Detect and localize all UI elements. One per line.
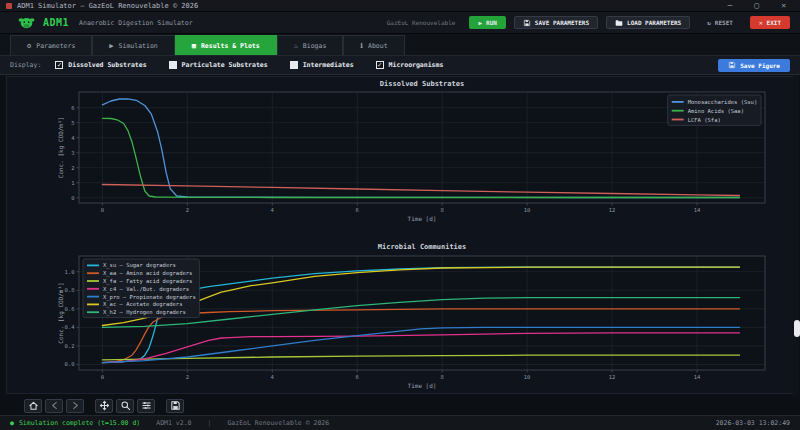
chart-title: Microbial Communities	[378, 243, 467, 251]
cow-logo-icon	[18, 15, 35, 30]
maximize-button[interactable]: ▢	[754, 1, 759, 11]
tab-about[interactable]: ℹAbout	[343, 35, 404, 55]
load-parameters-label: LOAD PARAMETERS	[627, 19, 681, 26]
tab-label: Biogas	[303, 42, 326, 50]
svg-text:0.6: 0.6	[65, 306, 75, 312]
svg-text:X_fa — Fatty acid degraders: X_fa — Fatty acid degraders	[103, 278, 192, 285]
svg-text:4: 4	[271, 207, 275, 213]
svg-text:12: 12	[609, 207, 616, 213]
svg-text:X_c4 — Val./But. degraders: X_c4 — Val./But. degraders	[103, 286, 189, 293]
svg-text:10: 10	[524, 374, 531, 380]
scrollbar-track[interactable]	[793, 76, 799, 414]
brand-label: GazEoL Renouvelable	[387, 19, 456, 26]
close-button[interactable]: ✕	[781, 1, 786, 11]
status-bar: ● Simulation complete (t=15.00 d) ADM1 v…	[0, 415, 800, 430]
tab-label: Parameters	[36, 42, 75, 50]
x-axis-label: Time [d]	[408, 215, 437, 222]
toolbar-pan-button[interactable]	[95, 399, 113, 413]
forward-icon	[70, 400, 81, 411]
display-checkbox-intermediates[interactable]: Intermediates	[290, 61, 354, 69]
checkbox-unchecked-icon	[169, 61, 177, 69]
svg-text:2: 2	[186, 374, 189, 380]
copyright-label: GazEoL Renouvelable © 2026	[227, 419, 329, 427]
info-icon: ℹ	[360, 42, 363, 50]
display-checkbox-microorganisms[interactable]: ✓Microorganisms	[376, 61, 444, 69]
svg-text:LCFA (Sfa): LCFA (Sfa)	[688, 117, 721, 123]
reset-icon: ↻	[707, 20, 711, 26]
gear-icon: ⚙	[27, 42, 31, 50]
minimize-button[interactable]: –	[728, 1, 733, 11]
scrollbar-thumb[interactable]	[794, 320, 800, 337]
play-icon: ▶	[478, 20, 482, 26]
svg-text:0.2: 0.2	[65, 343, 75, 349]
tab-results-plots[interactable]: ▦Results & Plots	[175, 35, 277, 55]
x-axis-label: Time [d]	[408, 382, 437, 389]
svg-text:0.0: 0.0	[65, 361, 75, 367]
svg-text:12: 12	[609, 374, 616, 380]
reset-button[interactable]: ↻ RESET	[698, 16, 742, 29]
tab-biogas[interactable]: ♨Biogas	[277, 35, 344, 55]
tab-bar: ⚙Parameters▶Simulation▦Results & Plots♨B…	[0, 34, 800, 56]
svg-text:8: 8	[441, 374, 444, 380]
tab-label: Simulation	[119, 42, 158, 50]
toolbar-back-button[interactable]	[45, 399, 63, 413]
toolbar-home-button[interactable]	[24, 399, 42, 413]
svg-text:4: 4	[271, 374, 275, 380]
svg-text:X_su — Sugar degraders: X_su — Sugar degraders	[103, 262, 176, 269]
status-message: Simulation complete (t=15.00 d)	[19, 419, 140, 427]
load-parameters-button[interactable]: LOAD PARAMETERS	[606, 16, 690, 29]
svg-text:1: 1	[71, 180, 74, 186]
chart-title: Dissolved Substrates	[380, 80, 464, 88]
floppy-icon	[523, 19, 531, 27]
svg-text:X_ac — Acetate degraders: X_ac — Acetate degraders	[103, 301, 182, 308]
figure-canvas: 024681012140123456Dissolved SubstratesTi…	[6, 76, 794, 394]
toolbar-save-button[interactable]	[166, 399, 184, 413]
toolbar-forward-button[interactable]	[66, 399, 84, 413]
checkbox-checked-icon: ✓	[55, 61, 63, 69]
display-checkboxes: ✓Dissolved SubstratesParticulate Substra…	[55, 61, 465, 69]
svg-text:0.4: 0.4	[65, 324, 76, 330]
svg-text:0.8: 0.8	[65, 287, 75, 293]
plot-navigation-toolbar	[0, 396, 800, 415]
save-figure-button[interactable]: Save Figure	[718, 59, 790, 72]
y-axis-label: Conc. [kg COD/m³]	[57, 117, 65, 178]
checkbox-checked-icon: ✓	[376, 61, 384, 69]
status-separator: |	[207, 419, 211, 427]
svg-text:0: 0	[71, 195, 74, 201]
toolbar-subplots-button[interactable]	[137, 399, 155, 413]
svg-text:1.0: 1.0	[65, 269, 75, 275]
tab-label: Results & Plots	[201, 42, 260, 50]
window-title: ADM1 Simulator — GazEoL Renouvelable © 2…	[17, 2, 198, 10]
back-icon	[49, 400, 60, 411]
display-checkbox-particulate-substrates[interactable]: Particulate Substrates	[169, 61, 268, 69]
save-parameters-button[interactable]: SAVE PARAMETERS	[514, 16, 598, 29]
subplots-icon	[141, 400, 152, 411]
save-parameters-label: SAVE PARAMETERS	[535, 19, 589, 26]
checkbox-label: Particulate Substrates	[182, 61, 268, 69]
run-button-label: RUN	[486, 19, 497, 26]
window-controls: – ▢ ✕	[728, 1, 794, 11]
status-timestamp: 2026-03-03 13:02:49	[716, 419, 790, 427]
svg-text:0: 0	[101, 207, 104, 213]
svg-text:14: 14	[694, 207, 701, 213]
svg-text:6: 6	[356, 207, 359, 213]
checkbox-label: Intermediates	[303, 61, 354, 69]
svg-text:6: 6	[71, 105, 74, 111]
svg-text:3: 3	[71, 150, 74, 156]
svg-text:14: 14	[694, 374, 701, 380]
exit-button[interactable]: ✕ EXIT	[750, 16, 790, 29]
app-subtitle: Anaerobic Digestion Simulator	[79, 19, 193, 27]
display-label: Display:	[10, 61, 41, 69]
svg-text:8: 8	[441, 207, 444, 213]
checkbox-unchecked-icon	[290, 61, 298, 69]
svg-text:0: 0	[101, 374, 104, 380]
svg-text:X_aa — Amino acid degraders: X_aa — Amino acid degraders	[103, 270, 192, 277]
run-button[interactable]: ▶ RUN	[469, 16, 505, 29]
toolbar-zoom-button[interactable]	[116, 399, 134, 413]
flame-icon: ♨	[294, 42, 298, 50]
display-checkbox-dissolved-substrates[interactable]: ✓Dissolved Substrates	[55, 61, 146, 69]
svg-text:6: 6	[356, 374, 359, 380]
floppy-icon	[728, 61, 736, 69]
tab-parameters[interactable]: ⚙Parameters	[10, 35, 92, 55]
tab-simulation[interactable]: ▶Simulation	[92, 35, 174, 55]
